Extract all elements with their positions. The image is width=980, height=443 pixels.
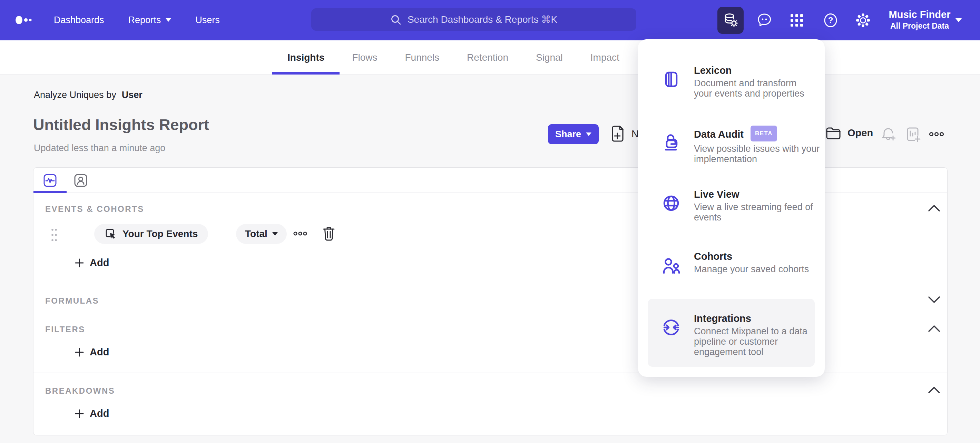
more-options-icon[interactable] [929, 130, 944, 138]
menu-item-title: Data Audit [694, 128, 744, 140]
top-nav: Dashboards Reports Users Search Dashboar… [0, 0, 980, 40]
menu-item-live-view[interactable]: Live View View a live streaming feed of … [662, 188, 820, 222]
feedback-button[interactable] [755, 11, 774, 30]
caret-down-icon [165, 18, 171, 22]
analyze-prefix: Analyze Uniques by [34, 90, 116, 100]
mixpanel-app: Dashboards Reports Users Search Dashboar… [0, 0, 980, 443]
expand-formulas-icon[interactable] [928, 296, 940, 303]
search-input[interactable]: Search Dashboards & Reports ⌘K [311, 8, 636, 31]
section-label-breakdowns: BREAKDOWNS [45, 386, 115, 396]
delete-event-icon[interactable] [322, 225, 336, 241]
project-selector[interactable]: Music Finder All Project Data [887, 8, 952, 31]
metrics-view-tab-icon[interactable] [43, 173, 57, 187]
analyze-entity[interactable]: User [122, 90, 143, 100]
menu-item-desc: View a live streaming feed of events [694, 202, 819, 222]
nav-item-dashboards[interactable]: Dashboards [54, 15, 104, 25]
add-event-button[interactable]: Add [75, 257, 109, 268]
metric-select-button[interactable]: Total [236, 224, 287, 244]
data-management-button[interactable] [718, 7, 744, 34]
plus-icon [75, 409, 84, 419]
tab-funnels[interactable]: Funnels [405, 40, 439, 75]
project-caret-icon[interactable] [955, 18, 962, 22]
data-audit-lock-icon [662, 132, 681, 151]
nav-item-users[interactable]: Users [195, 15, 220, 25]
menu-item-lexicon[interactable]: Lexicon Document and transform your even… [662, 64, 820, 98]
add-label: Add [90, 346, 109, 358]
menu-item-desc: View possible issues with your implement… [694, 143, 825, 164]
report-title[interactable]: Untitled Insights Report [33, 116, 209, 134]
menu-item-data-audit[interactable]: Data Audit BETA View possible issues wit… [662, 126, 820, 164]
section-label-filters: FILTERS [45, 325, 85, 334]
menu-item-desc: Manage your saved cohorts [694, 264, 825, 274]
profiles-view-tab-icon[interactable] [74, 173, 88, 187]
nav-menu: Dashboards Reports Users [54, 0, 220, 40]
nav-item-reports[interactable]: Reports [128, 15, 172, 25]
live-view-globe-icon [662, 194, 681, 213]
share-button[interactable]: Share [548, 124, 599, 144]
search-icon [390, 14, 401, 25]
add-filter-button[interactable]: Add [75, 346, 109, 358]
collapse-breakdowns-icon[interactable] [928, 386, 940, 394]
settings-button[interactable] [853, 11, 873, 30]
menu-item-integrations[interactable]: Integrations Connect Mixpanel to a data … [662, 312, 820, 357]
top-events-icon [105, 228, 117, 240]
tab-signal[interactable]: Signal [536, 40, 563, 75]
add-to-board-icon[interactable] [905, 126, 922, 143]
add-breakdown-button[interactable]: Add [75, 408, 109, 419]
updated-timestamp: Updated less than a minute ago [34, 143, 165, 154]
report-tabbar: Insights Flows Funnels Retention Signal … [0, 40, 980, 75]
tab-insights[interactable]: Insights [288, 40, 325, 75]
database-gear-icon [722, 13, 738, 28]
beta-badge: BETA [751, 125, 777, 141]
caret-down-icon [272, 232, 278, 236]
event-options-icon[interactable] [293, 230, 307, 237]
menu-item-title: Live View [694, 188, 819, 200]
tab-impact[interactable]: Impact [590, 40, 619, 75]
menu-item-desc: Connect Mixpanel to a data pipeline or c… [694, 326, 814, 357]
metric-name: Total [245, 229, 267, 240]
add-label: Add [90, 408, 109, 419]
mixpanel-logo-icon[interactable] [15, 14, 33, 25]
tab-retention[interactable]: Retention [467, 40, 508, 75]
cohorts-people-icon [662, 256, 681, 275]
menu-item-desc: Document and transform your events and p… [694, 78, 813, 98]
tab-flows[interactable]: Flows [352, 40, 377, 75]
menu-item-title: Cohorts [694, 250, 825, 262]
share-label: Share [555, 129, 581, 140]
lexicon-book-icon [662, 70, 681, 89]
help-icon: ? [822, 12, 839, 29]
open-report-button[interactable]: Open [826, 125, 873, 140]
alert-bell-plus-icon[interactable] [881, 126, 897, 143]
chat-bubble-icon [756, 12, 773, 29]
help-button[interactable]: ? [821, 11, 840, 30]
add-label: Add [90, 257, 109, 268]
collapse-events-icon[interactable] [928, 204, 940, 212]
project-scope: All Project Data [887, 21, 952, 31]
apps-grid-button[interactable] [787, 11, 807, 30]
section-label-events: EVENTS & COHORTS [45, 204, 144, 214]
gear-icon [855, 12, 871, 29]
menu-item-title: Lexicon [694, 64, 813, 76]
collapse-filters-icon[interactable] [928, 325, 940, 332]
caret-down-icon [586, 132, 592, 136]
open-label: Open [848, 127, 873, 139]
event-name: Your Top Events [123, 229, 198, 240]
event-select-button[interactable]: Your Top Events [94, 224, 208, 244]
menu-item-title: Integrations [694, 312, 814, 325]
folder-icon [826, 125, 841, 140]
plus-icon [75, 348, 84, 357]
active-view-underline [33, 191, 67, 193]
integrations-sync-icon [662, 318, 681, 337]
search-placeholder: Search Dashboards & Reports ⌘K [407, 14, 557, 25]
grid-icon [789, 13, 804, 28]
project-name: Music Finder [887, 8, 952, 21]
plus-icon [75, 258, 84, 268]
menu-item-cohorts[interactable]: Cohorts Manage your saved cohorts [662, 250, 820, 275]
document-plus-icon [610, 125, 625, 143]
data-management-menu: Lexicon Document and transform your even… [638, 39, 825, 377]
drag-handle-icon[interactable] [51, 227, 57, 243]
analyze-line: Analyze Uniques byUser [34, 90, 143, 100]
svg-text:?: ? [828, 16, 834, 25]
section-label-formulas: FORMULAS [45, 296, 99, 306]
report-tabs: Insights Flows Funnels Retention Signal … [288, 40, 619, 75]
